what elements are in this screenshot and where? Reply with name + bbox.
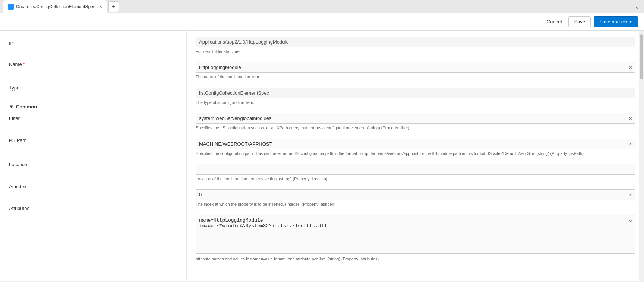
name-field-group: × The name of the configuration item (196, 62, 635, 80)
save-button[interactable]: Save (568, 16, 591, 27)
filter-field-group: × Specifies the IIS configuration sectio… (196, 113, 635, 131)
attributes-clear-button[interactable]: × (628, 218, 633, 225)
attributes-row: Attributes (9, 206, 177, 211)
type-label: Type (9, 85, 177, 91)
id-input[interactable] (196, 37, 635, 47)
filter-label: Filter (9, 115, 177, 121)
location-field-group: Location of the configuration property s… (196, 164, 635, 182)
name-clear-button[interactable]: × (628, 64, 633, 71)
at-index-row: At index (9, 184, 177, 189)
name-input[interactable] (196, 62, 635, 73)
id-field-group: Full item folder structure. (196, 37, 635, 54)
attributes-textarea-wrapper: name=HttpLoggingModule image=~%windir%\S… (196, 215, 635, 255)
ps-path-input[interactable] (196, 139, 635, 149)
attributes-textarea[interactable]: name=HttpLoggingModule image=~%windir%\S… (196, 215, 635, 254)
attributes-label: Attributes (9, 206, 177, 211)
ps-path-label: PS Path (9, 137, 177, 143)
at-index-input-wrapper: × (196, 189, 635, 200)
at-index-input[interactable] (196, 189, 635, 200)
save-and-close-button[interactable]: Save and close (594, 16, 638, 27)
name-hint: The name of the configuration item (196, 74, 635, 80)
name-label: Name * (9, 61, 177, 67)
required-indicator: * (23, 61, 25, 67)
tab-close-button[interactable]: × (99, 4, 102, 9)
attributes-hint: attribute names and values in name=value… (196, 256, 635, 262)
left-panel: ID Name * Type ▼ Common Filter (0, 31, 186, 281)
ps-path-clear-button[interactable]: × (628, 140, 633, 147)
right-panel: Full item folder structure. × The name o… (186, 31, 644, 281)
id-label: ID (9, 41, 177, 47)
tab-overflow-chevron[interactable]: ⌄ (634, 2, 641, 11)
location-label: Location (9, 162, 177, 167)
type-input-wrapper (196, 88, 635, 98)
id-row: ID (9, 41, 177, 47)
id-hint: Full item folder structure. (196, 49, 635, 54)
ps-path-hint: Specifies the configuration path. This c… (196, 151, 635, 156)
location-row: Location (9, 162, 177, 167)
at-index-clear-button[interactable]: × (628, 191, 633, 198)
type-hint: The type of a configuration item. (196, 100, 635, 105)
ps-path-input-wrapper: × (196, 139, 635, 149)
at-index-label: At index (9, 184, 177, 189)
tab-title: Create iis.ConfigCollectionElementSpec (16, 4, 95, 9)
type-field-group: The type of a configuration item. (196, 88, 635, 105)
main-content: ID Name * Type ▼ Common Filter (0, 31, 644, 281)
filter-input[interactable] (196, 113, 635, 124)
at-index-field-group: × The index at which the property is to … (196, 189, 635, 207)
ps-path-field-group: × Specifies the configuration path. This… (196, 139, 635, 156)
type-row: Type (9, 85, 177, 91)
active-tab[interactable]: Create iis.ConfigCollectionElementSpec × (3, 0, 107, 13)
cancel-button[interactable]: Cancel (543, 17, 565, 27)
chevron-down-icon: ▼ (9, 104, 14, 110)
scrollbar-track[interactable] (639, 31, 644, 281)
location-input-wrapper (196, 164, 635, 175)
tab-bar: Create iis.ConfigCollectionElementSpec ×… (0, 0, 644, 13)
filter-hint: Specifies the IIS configuration section,… (196, 125, 635, 131)
filter-clear-button[interactable]: × (628, 115, 633, 122)
new-tab-button[interactable]: + (108, 1, 119, 12)
attributes-field-group: name=HttpLoggingModule image=~%windir%\S… (196, 215, 635, 262)
id-input-wrapper (196, 37, 635, 47)
toolbar: Cancel Save Save and close (0, 13, 644, 31)
at-index-hint: The index at which the property is to be… (196, 202, 635, 207)
filter-row: Filter (9, 115, 177, 121)
filter-input-wrapper: × (196, 113, 635, 124)
common-section-header[interactable]: ▼ Common (9, 104, 177, 110)
name-row: Name * (9, 61, 177, 67)
type-input[interactable] (196, 88, 635, 98)
ps-path-row: PS Path (9, 137, 177, 143)
location-hint: Location of the configuration property s… (196, 176, 635, 182)
name-input-wrapper: × (196, 62, 635, 73)
scrollbar-thumb[interactable] (640, 34, 643, 79)
location-input[interactable] (196, 164, 635, 175)
tab-icon (8, 4, 14, 10)
